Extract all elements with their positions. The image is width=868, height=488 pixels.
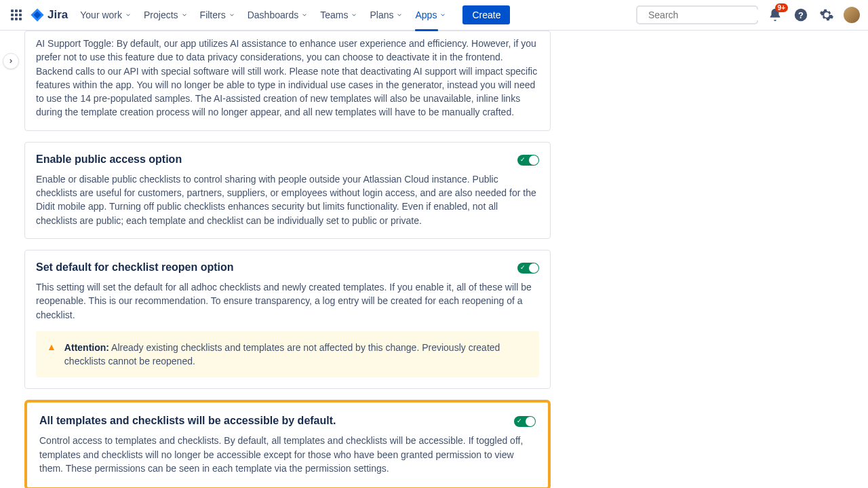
sidebar-expand-handle[interactable] <box>3 53 19 69</box>
toggle-reopen-default[interactable]: ✓ <box>517 263 539 274</box>
setting-card-reopen-default: Set default for checklist reopen option … <box>24 250 551 389</box>
toggle-default-access[interactable]: ✓ <box>514 416 536 427</box>
nav-projects[interactable]: Projects <box>144 7 188 23</box>
setting-card-ai-support: AI Support Toggle: By default, our app u… <box>24 31 551 131</box>
jira-logo[interactable]: Jira <box>30 7 68 22</box>
card-title: Enable public access option <box>36 153 182 166</box>
nav-dashboards[interactable]: Dashboards <box>248 7 309 23</box>
card-title: Set default for checklist reopen option <box>36 261 234 274</box>
highlighted-setting: All templates and checklists will be acc… <box>24 400 551 488</box>
svg-text:?: ? <box>798 10 804 20</box>
card-body: AI Support Toggle: By default, our app u… <box>36 37 539 119</box>
card-body: Enable or disable public checklists to c… <box>36 172 539 227</box>
notification-badge: 9+ <box>775 3 788 12</box>
nav-apps[interactable]: Apps <box>415 7 446 23</box>
product-name: Jira <box>47 8 68 22</box>
card-body: Control access to templates and checklis… <box>39 434 536 475</box>
help-icon[interactable]: ? <box>792 6 810 24</box>
nav-plans[interactable]: Plans <box>370 7 403 23</box>
app-switcher-icon[interactable] <box>8 7 24 23</box>
create-button[interactable]: Create <box>462 5 510 24</box>
notifications-icon[interactable]: 9+ <box>766 6 784 24</box>
card-title: All templates and checklists will be acc… <box>39 415 336 427</box>
warning-icon: ▲ <box>47 341 56 369</box>
nav-teams[interactable]: Teams <box>320 7 357 23</box>
setting-card-public-access: Enable public access option ✓ Enable or … <box>24 142 551 239</box>
search-box[interactable] <box>636 5 758 24</box>
user-avatar[interactable] <box>844 7 860 23</box>
main-nav: Your work Projects Filters Dashboards Te… <box>80 5 636 24</box>
nav-your-work[interactable]: Your work <box>80 7 132 23</box>
toggle-public-access[interactable]: ✓ <box>517 155 539 166</box>
search-input[interactable] <box>648 10 767 20</box>
attention-alert: ▲ Attention: Already existing checklists… <box>36 331 539 378</box>
card-body: This setting will set the default for al… <box>36 280 539 322</box>
setting-card-default-access: All templates and checklists will be acc… <box>28 404 547 486</box>
settings-icon[interactable] <box>818 6 835 24</box>
nav-filters[interactable]: Filters <box>200 7 235 23</box>
